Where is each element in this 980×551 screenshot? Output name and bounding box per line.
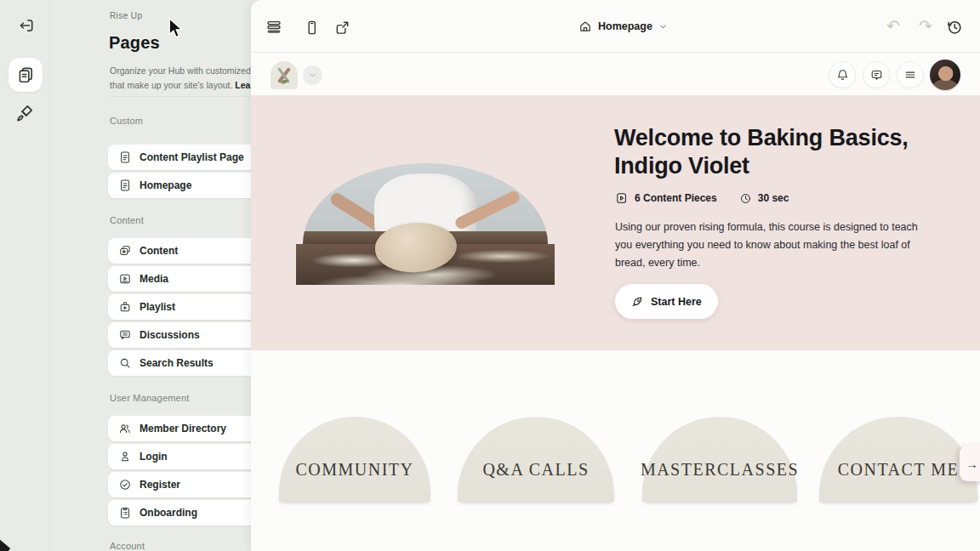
clock-icon [739,192,752,205]
next-panel-button[interactable]: → [960,446,980,481]
start-here-button[interactable]: Start Here [615,284,718,319]
duration-meta: 30 sec [739,192,789,205]
person-icon [118,450,132,463]
notifications-button[interactable] [829,61,856,88]
hero-section: Welcome to Baking Basics, Indigo Violet … [251,95,980,350]
messages-button[interactable] [863,61,890,88]
history-clock-icon [946,19,963,36]
speech-bubble-icon [118,328,132,342]
page-icon [118,179,132,192]
device-desktop-button[interactable] [265,18,283,37]
check-circle-icon [118,478,132,491]
menu-button[interactable] [897,61,924,88]
left-rail [0,0,50,551]
site-logo[interactable] [271,61,298,89]
home-icon [578,20,592,33]
start-here-label: Start Here [651,296,702,308]
play-square-icon [615,191,629,205]
duration-label: 30 sec [758,192,789,204]
redo-button[interactable]: ↷ [916,16,935,35]
undo-button[interactable]: ↶ [884,16,903,35]
arch-label: Q&A CALLS [482,460,589,480]
exit-editor-button[interactable] [14,14,37,37]
hero-meta-row: 6 Content Pieces 30 sec [615,191,789,205]
mobile-icon [304,20,320,36]
hero-description: Using our proven rising formula, this co… [615,219,935,272]
exit-icon [16,16,35,35]
chevron-down-icon [308,71,317,80]
arch-label: COMMUNITY [295,460,413,480]
device-mobile-button[interactable] [302,18,321,37]
content-stack-icon [118,244,132,258]
page-selector-dropdown[interactable]: Homepage [572,15,675,37]
workspace-label: Rise Up [110,11,142,20]
open-preview-button[interactable] [333,18,351,37]
content-pieces-label: 6 Content Pieces [635,192,717,204]
chat-bubble-icon [869,68,884,82]
editor-canvas: Homepage ↶ ↷ [251,0,980,551]
arch-label: MASTERCLASSES [641,460,799,480]
arch-link-contact-me[interactable]: CONTACT ME [819,417,977,502]
clipboard-icon [118,506,132,520]
bell-icon [835,68,850,82]
section-label-content: Content [110,215,144,225]
logo-dropdown-button[interactable] [303,65,322,85]
redo-icon: ↷ [919,16,932,35]
section-label-user-management: User Management [110,393,190,403]
mouse-cursor [168,18,184,38]
history-button[interactable] [945,18,964,37]
chevron-down-icon [658,22,668,31]
people-icon [118,422,132,435]
undo-icon: ↶ [886,16,900,35]
section-label-account: Account [110,541,145,551]
arch-link-community[interactable]: COMMUNITY [279,417,430,502]
page-selector-label: Homepage [598,20,652,32]
content-pieces-meta: 6 Content Pieces [615,191,717,205]
links-section: COMMUNITY Q&A CALLS MASTERCLASSES CONTAC… [251,350,980,551]
paintbrush-icon [14,103,35,123]
pages-stack-icon [16,65,35,84]
arrow-right-icon: → [966,457,978,471]
site-header-preview [251,54,980,95]
arch-link-masterclasses[interactable]: MASTERCLASSES [642,417,797,502]
arch-label: CONTACT ME [838,460,959,480]
user-avatar[interactable] [930,60,960,90]
hamburger-icon [903,68,917,82]
section-label-custom: Custom [110,116,143,126]
search-icon [118,356,132,370]
arch-link-qa-calls[interactable]: Q&A CALLS [458,417,614,502]
external-link-icon [334,20,350,36]
playlist-box-icon [118,300,132,314]
desktop-sections-icon [265,19,282,36]
media-play-icon [118,272,132,286]
rocket-icon [631,295,644,308]
panel-title: Pages [109,33,160,53]
hero-title: Welcome to Baking Basics, Indigo Violet [614,124,937,180]
sidebar-item-label: Homepage [140,179,265,191]
page-icon [118,151,132,164]
rail-tab-design[interactable] [13,101,37,125]
corner-decoration [0,540,10,551]
pages-panel: Rise Up Pages Organize your Hub with cus… [50,0,251,551]
editor-toolbar: Homepage ↶ ↷ [251,0,980,53]
rail-tab-pages[interactable] [9,58,43,92]
